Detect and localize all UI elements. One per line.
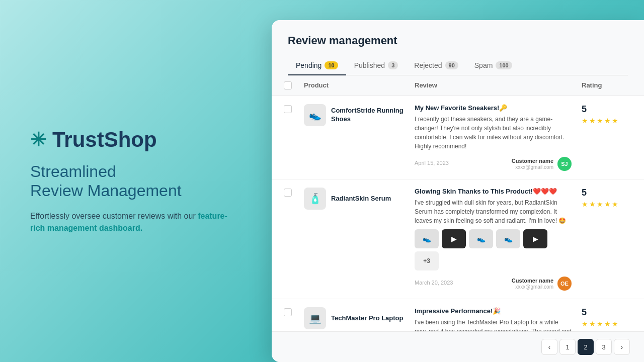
logo-area: ✳ TrustShop [30, 128, 242, 152]
row1-product-name: ComfortStride Running Shoes [331, 107, 415, 124]
tab-published-label: Published [354, 61, 385, 69]
row2-product: 🧴 RadiantSkin Serum [304, 188, 415, 210]
logo-name: TrustShop [52, 128, 157, 152]
pagination-page-1[interactable]: 1 [559, 339, 576, 355]
tagline-line1: Streamlined [30, 162, 116, 180]
review-management-card: Review management Pending 10 Published 3… [272, 20, 644, 362]
media-image-thumb[interactable]: 👟 [415, 229, 439, 248]
star-icon: ★ [582, 320, 588, 328]
tab-published[interactable]: Published 3 [346, 56, 407, 75]
row2-checkbox-cell [284, 188, 304, 197]
row3-product-thumb: 💻 [304, 307, 326, 329]
row1-checkbox[interactable] [284, 105, 292, 113]
row1-customer-name: Customer name xxxx@gmail.com [512, 158, 553, 170]
row1-avatar: SJ [557, 157, 572, 171]
tab-pending-label: Pending [296, 61, 321, 69]
row2-checkbox[interactable] [284, 189, 292, 197]
row3-product-name: TechMaster Pro Laptop [331, 314, 404, 323]
col-product: Product [304, 81, 415, 89]
row2-review-text: I've struggled with dull skin for years,… [415, 198, 572, 225]
star-icon: ★ [604, 117, 611, 125]
row3-checkbox-cell [284, 307, 304, 316]
description-text: Effortlessly oversee customer reviews wi… [30, 212, 198, 220]
page-title: Review management [288, 34, 628, 47]
row3-rating-number: 5 [582, 307, 587, 318]
star-icon: ★ [582, 200, 588, 208]
row1-review-cell: My New Favorite Sneakers!🔑 I recently go… [415, 104, 582, 171]
star-icon: ★ [582, 117, 588, 125]
pagination-page-2[interactable]: 2 [578, 339, 594, 355]
pagination-page-3[interactable]: 3 [596, 339, 612, 355]
pagination-prev-button[interactable]: ‹ [541, 339, 557, 355]
star-icon: ★ [589, 200, 596, 208]
pagination: ‹ 1 2 3 › [272, 331, 644, 362]
tab-pending[interactable]: Pending 10 [288, 56, 346, 75]
row1-review-text: I recently got these sneakers, and they … [415, 115, 572, 151]
star-icon: ★ [589, 117, 596, 125]
tab-rejected-badge: 90 [445, 61, 458, 69]
row2-date: March 20, 2023 [415, 280, 453, 286]
tab-published-badge: 3 [388, 61, 398, 69]
row2-avatar: OE [557, 277, 572, 291]
star-icon: ★ [589, 320, 596, 328]
star-icon: ★ [612, 320, 618, 328]
row1-rating: 5 ★ ★ ★ ★ ★ [582, 104, 632, 125]
row1-review-title: My New Favorite Sneakers!🔑 [415, 104, 572, 112]
row3-rating: 5 ★ ★ ★ ★ ★ [582, 307, 632, 328]
star-icon: ★ [597, 320, 603, 328]
tagline-line2: Review Management [30, 182, 182, 200]
row2-meta: Customer name xxxx@gmail.com OE [512, 277, 572, 291]
row3-review-title: Impressive Performance!🎉 [415, 307, 572, 315]
row2-product-thumb: 🧴 [304, 188, 326, 210]
row1-rating-number: 5 [582, 104, 587, 115]
select-all-checkbox[interactable] [284, 81, 292, 89]
row1-meta: Customer name xxxx@gmail.com SJ [512, 157, 572, 171]
row1-stars: ★ ★ ★ ★ ★ [582, 117, 618, 125]
tabs-bar: Pending 10 Published 3 Rejected 90 Spam … [288, 56, 628, 75]
tagline: Streamlined Review Management [30, 162, 242, 201]
star-icon: ★ [597, 117, 603, 125]
row3-checkbox[interactable] [284, 308, 292, 316]
media-image-thumb[interactable]: 👟 [469, 229, 493, 248]
row2-rating: 5 ★ ★ ★ ★ ★ [582, 188, 632, 208]
pagination-next-button[interactable]: › [614, 339, 630, 355]
star-icon: ★ [612, 117, 618, 125]
tab-spam-badge: 100 [496, 61, 512, 69]
row2-customer-name: Customer name xxxx@gmail.com [512, 278, 553, 290]
row1-product: 👟 ComfortStride Running Shoes [304, 104, 415, 126]
table-row: 🧴 RadiantSkin Serum Glowing Skin Thanks … [272, 179, 644, 299]
row3-stars: ★ ★ ★ ★ ★ [582, 320, 618, 328]
media-more-button[interactable]: +3 [415, 251, 439, 270]
col-rating: Rating [582, 81, 632, 89]
row2-product-name: RadiantSkin Serum [331, 195, 391, 203]
media-video-play[interactable]: ▶ [442, 229, 466, 248]
star-icon: ★ [604, 320, 611, 328]
col-checkbox [284, 81, 304, 89]
row3-review-cell: Impressive Performance!🎉 I've been using… [415, 307, 582, 331]
left-panel: ✳ TrustShop Streamlined Review Managemen… [0, 0, 272, 362]
row2-review-title: Glowing Skin Thanks to This Product!❤️❤️… [415, 188, 572, 195]
star-icon: ★ [604, 200, 611, 208]
star-icon: ★ [597, 200, 603, 208]
row1-product-thumb: 👟 [304, 104, 326, 126]
table-header: Product Review Rating [272, 75, 644, 96]
card-header: Review management Pending 10 Published 3… [272, 20, 644, 75]
tab-rejected-label: Rejected [414, 61, 442, 69]
media-image-thumb[interactable]: 👟 [496, 229, 520, 248]
right-panel: Review management Pending 10 Published 3… [272, 0, 644, 362]
row3-product: 💻 TechMaster Pro Laptop [304, 307, 415, 329]
table-row: 👟 ComfortStride Running Shoes My New Fav… [272, 96, 644, 179]
reviews-table: Product Review Rating 👟 ComfortStride Ru… [272, 75, 644, 331]
media-video-play[interactable]: ▶ [523, 229, 547, 248]
row2-stars: ★ ★ ★ ★ ★ [582, 200, 618, 208]
star-icon: ★ [612, 200, 618, 208]
row1-date: April 15, 2023 [415, 160, 449, 166]
tab-pending-badge: 10 [325, 61, 338, 69]
row2-review-cell: Glowing Skin Thanks to This Product!❤️❤️… [415, 188, 582, 291]
tab-spam[interactable]: Spam 100 [466, 56, 520, 75]
row3-review-text: I've been using the TechMaster Pro Lapto… [415, 318, 572, 331]
tab-rejected[interactable]: Rejected 90 [406, 56, 466, 75]
tab-spam-label: Spam [474, 61, 493, 69]
logo-icon: ✳ [30, 130, 46, 149]
description: Effortlessly oversee customer reviews wi… [30, 210, 242, 234]
